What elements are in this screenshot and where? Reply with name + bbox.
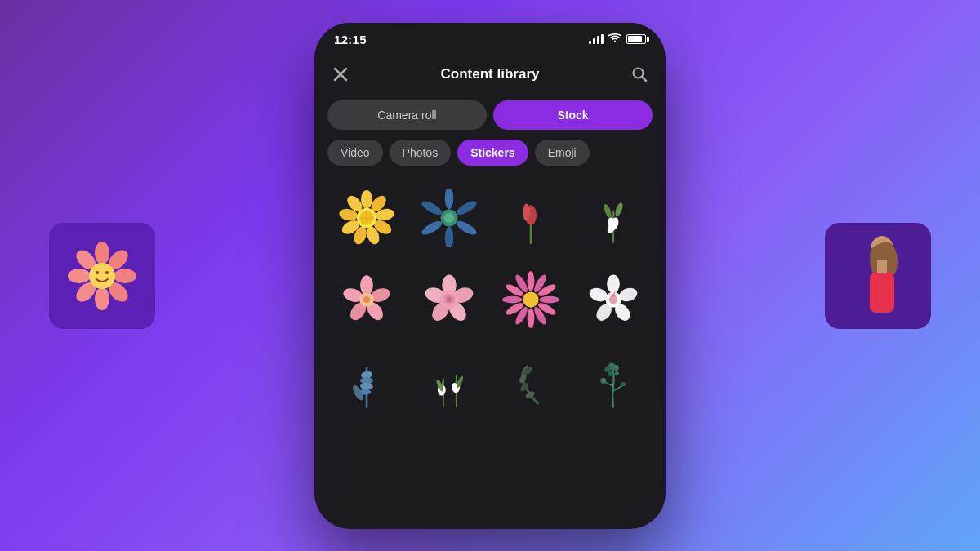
svg-point-66 — [540, 296, 560, 304]
left-flower-icon — [61, 235, 143, 317]
floating-card-left — [49, 223, 155, 329]
sticker-white-snowdrops[interactable] — [410, 343, 489, 422]
tab-stickers[interactable]: Stickers — [457, 140, 528, 166]
search-icon — [631, 66, 648, 82]
wifi-icon — [608, 33, 621, 46]
sticker-red-tulip[interactable] — [492, 179, 571, 258]
svg-point-18 — [361, 190, 372, 209]
svg-point-2 — [114, 269, 136, 283]
tab-photos[interactable]: Photos — [390, 140, 452, 166]
sticker-pink-rose[interactable] — [410, 260, 489, 340]
tab-camera-roll[interactable]: Camera roll — [327, 100, 487, 130]
svg-point-75 — [523, 292, 539, 308]
floating-card-right — [825, 223, 931, 329]
svg-line-17 — [642, 77, 646, 81]
sticker-white-flower[interactable] — [574, 260, 653, 340]
sticker-grid — [327, 179, 653, 422]
svg-point-110 — [600, 378, 606, 384]
svg-point-41 — [523, 203, 531, 220]
svg-point-82 — [609, 295, 618, 304]
sticker-teal-plant[interactable] — [574, 343, 653, 422]
signal-icon — [589, 34, 604, 44]
svg-point-6 — [68, 269, 91, 283]
sticker-blue-star-flower[interactable] — [410, 179, 489, 258]
search-button[interactable] — [626, 61, 653, 87]
svg-point-8 — [89, 263, 115, 289]
svg-point-38 — [444, 213, 454, 223]
tab-video[interactable]: Video — [327, 140, 383, 166]
header: Content library — [327, 53, 653, 100]
svg-rect-13 — [877, 260, 887, 273]
status-time: 12:15 — [334, 33, 367, 47]
svg-point-108 — [608, 371, 613, 376]
svg-point-63 — [528, 271, 535, 291]
phone-frame: 12:15 — [314, 23, 666, 529]
svg-point-90 — [360, 382, 373, 390]
svg-point-4 — [95, 287, 109, 310]
sticker-pink-blossom[interactable] — [327, 260, 407, 340]
svg-rect-12 — [870, 272, 894, 313]
svg-point-62 — [446, 297, 452, 303]
sticker-dark-leaf[interactable] — [492, 343, 571, 422]
svg-point-47 — [613, 202, 624, 217]
battery-icon — [626, 34, 646, 44]
svg-point-36 — [421, 198, 444, 217]
page-title: Content library — [441, 66, 540, 82]
svg-point-9 — [96, 271, 99, 274]
svg-point-32 — [454, 198, 478, 217]
svg-point-111 — [621, 382, 625, 386]
svg-point-35 — [421, 218, 444, 237]
svg-point-46 — [602, 203, 612, 219]
app-content: Content library Camera roll Stock Video … — [314, 53, 666, 529]
svg-point-0 — [95, 242, 109, 264]
right-person-icon — [845, 231, 911, 321]
status-bar: 12:15 — [314, 23, 666, 53]
svg-point-69 — [528, 309, 535, 329]
svg-point-31 — [445, 189, 454, 210]
sticker-pink-daisy[interactable] — [492, 260, 571, 340]
close-button[interactable] — [327, 61, 354, 87]
sticker-yellow-flower[interactable] — [327, 179, 407, 258]
sticker-snowdrop[interactable] — [574, 179, 653, 258]
svg-point-109 — [615, 371, 619, 375]
status-icons — [589, 33, 646, 46]
svg-point-48 — [360, 276, 373, 296]
svg-point-54 — [363, 296, 371, 304]
svg-point-33 — [454, 218, 478, 237]
svg-point-76 — [607, 275, 620, 294]
close-icon — [333, 67, 348, 82]
svg-point-10 — [105, 271, 109, 274]
sticker-blue-spike[interactable] — [327, 343, 407, 422]
svg-point-107 — [613, 365, 619, 371]
svg-point-72 — [502, 296, 523, 304]
tab-emoji[interactable]: Emoji — [535, 140, 590, 166]
svg-point-34 — [445, 226, 454, 247]
content-type-tabs: Video Photos Stickers Emoji — [327, 140, 653, 166]
source-tabs: Camera roll Stock — [327, 100, 653, 130]
tab-stock[interactable]: Stock — [493, 100, 653, 130]
